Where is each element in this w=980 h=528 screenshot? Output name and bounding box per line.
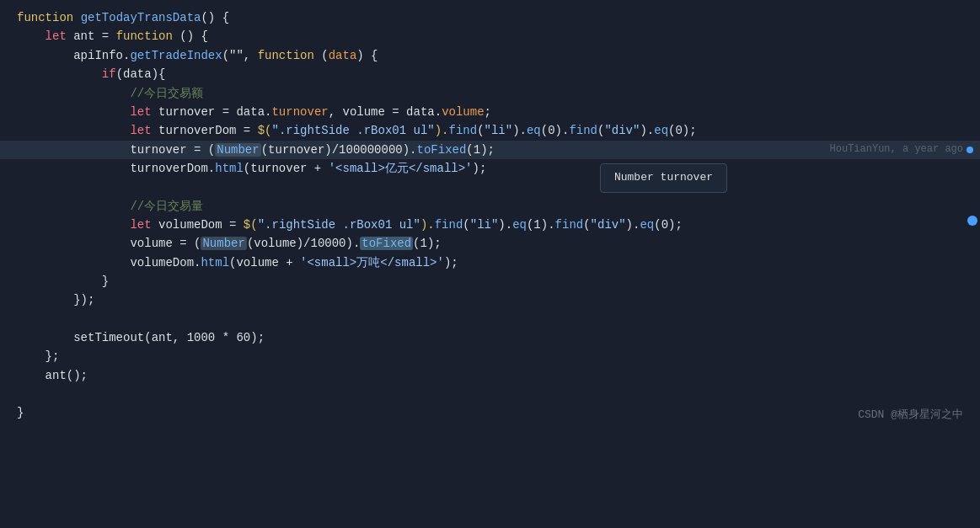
- code-token: );: [444, 256, 458, 269]
- line-content: let volumeDom = $(".rightSide .rBox01 ul…: [17, 216, 683, 234]
- code-token: //今日交易额: [130, 87, 203, 100]
- code-token: ".rightSide .rBox01 ul": [271, 124, 434, 137]
- tofixed-highlight: toFixed: [360, 237, 413, 250]
- code-token: '<small>亿元</small>': [329, 162, 473, 175]
- code-line: }: [0, 403, 980, 422]
- blame-dot: [967, 147, 973, 153]
- number-highlight: Number: [201, 237, 246, 250]
- code-token: volume: [442, 105, 484, 119]
- code-token: html: [215, 162, 244, 175]
- watermark: CSDN @栖身星河之中: [841, 400, 980, 431]
- code-token: [17, 105, 130, 119]
- code-line: [0, 179, 980, 197]
- line-content: }: [17, 403, 24, 422]
- code-line: setTimeout(ant, 1000 * 60);: [0, 328, 980, 347]
- line-content: function getTodayTransData() {: [17, 8, 229, 27]
- code-line: let turnoverDom = $(".rightSide .rBox01 …: [0, 121, 980, 140]
- code-token: function: [116, 29, 180, 43]
- line-content: apiInfo.getTradeIndex("", function (data…: [17, 46, 378, 65]
- code-token: getTodayTransData: [81, 11, 201, 24]
- code-line: //今日交易量: [0, 197, 980, 216]
- code-token: eq: [640, 218, 654, 232]
- code-token: let: [130, 105, 158, 119]
- code-token: "div": [604, 124, 640, 137]
- code-token: let: [17, 29, 73, 43]
- line-content: setTimeout(ant, 1000 * 60);: [17, 328, 265, 347]
- code-token: (0);: [654, 218, 683, 232]
- code-token: (1).: [527, 218, 555, 232]
- code-token: (0).: [541, 124, 570, 137]
- code-token: [17, 200, 130, 213]
- code-token: volume: [17, 237, 179, 250]
- code-token: ("",: [222, 49, 258, 62]
- line-content: volumeDom.html(volume + '<small>万吨</smal…: [17, 253, 458, 272]
- code-token: (data){: [116, 67, 166, 81]
- code-token: eq: [654, 124, 668, 137]
- code-token: "li": [485, 124, 513, 137]
- code-token: eq: [512, 218, 527, 232]
- code-token: find: [449, 124, 478, 137]
- code-token: eq: [527, 124, 541, 137]
- code-token: volumeDom.: [17, 256, 201, 269]
- blame-annotation: HouTianYun, a year ago: [830, 141, 963, 157]
- code-token: (: [477, 124, 484, 137]
- annotation-box: Number turnover: [600, 163, 727, 193]
- code-token: =: [229, 218, 244, 232]
- code-token: ;: [485, 105, 491, 119]
- code-token: function: [17, 11, 81, 24]
- code-token: '<small>万吨</small>': [300, 256, 444, 269]
- code-token: find: [555, 218, 584, 232]
- code-line: //今日交易额: [0, 84, 980, 103]
- line-content: let ant = function () {: [17, 27, 208, 45]
- code-token: function: [258, 49, 322, 62]
- line-content: }: [17, 272, 109, 291]
- line-content: turnover = (Number(turnover)/100000000).…: [17, 141, 495, 159]
- code-token: $(: [258, 124, 272, 137]
- code-token: $(: [244, 218, 258, 232]
- line-content: //今日交易量: [17, 197, 203, 216]
- code-token: [17, 124, 130, 137]
- code-token: ).: [626, 218, 640, 232]
- code-token: (turnover +: [244, 162, 329, 175]
- code-token: (volume +: [229, 256, 300, 269]
- code-token: =: [102, 29, 116, 43]
- code-line: volume = (Number(volume)/10000).toFixed(…: [0, 234, 980, 253]
- code-token: volumeDom: [158, 218, 229, 232]
- code-token: =: [244, 124, 258, 137]
- code-token: //今日交易量: [130, 200, 203, 213]
- code-editor: function getTodayTransData() { let ant =…: [0, 0, 980, 430]
- code-token: }: [17, 275, 109, 288]
- line-content: volume = (Number(volume)/10000).toFixed(…: [17, 234, 442, 253]
- scroll-indicator[interactable]: [967, 216, 977, 226]
- code-token: turnoverDom: [158, 124, 244, 137]
- code-token: let: [130, 218, 158, 232]
- code-token: (0);: [668, 124, 697, 137]
- code-line: let turnover = data.turnover, volume = d…: [0, 103, 980, 121]
- code-line: let ant = function () {: [0, 27, 980, 45]
- code-token: = data.: [392, 105, 442, 119]
- line-content: let turnover = data.turnover, volume = d…: [17, 103, 491, 121]
- code-token: "li": [470, 218, 499, 232]
- line-content: };: [17, 347, 59, 365]
- code-token: [17, 218, 130, 232]
- code-line: apiInfo.getTradeIndex("", function (data…: [0, 46, 980, 65]
- code-token: (turnover)/100000000).: [261, 143, 417, 157]
- code-token: = data.: [222, 105, 272, 119]
- code-token: toFixed: [417, 143, 467, 157]
- code-token: ).: [512, 124, 527, 137]
- code-token: data: [329, 49, 357, 62]
- code-token: turnoverDom.: [17, 162, 215, 175]
- code-token: ant: [73, 29, 102, 43]
- line-content: if(data){: [17, 65, 165, 83]
- code-token: = (: [179, 237, 201, 250]
- code-line: ant();: [0, 366, 980, 385]
- code-line: if(data){: [0, 65, 980, 83]
- code-token: ).: [640, 124, 654, 137]
- code-line: function getTodayTransData() {: [0, 8, 980, 27]
- code-line: turnover = (Number(turnover)/100000000).…: [0, 141, 980, 159]
- code-token: setTimeout(ant, 1000 * 60);: [17, 331, 265, 344]
- code-token: );: [473, 162, 487, 175]
- code-token: apiInfo.: [17, 49, 130, 62]
- code-token: (1);: [466, 143, 495, 157]
- code-token: ).: [498, 218, 512, 232]
